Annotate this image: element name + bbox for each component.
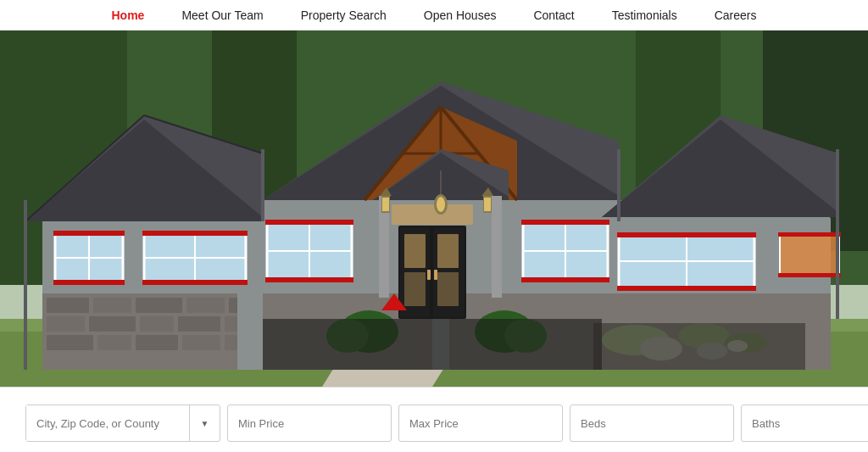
svg-rect-80 — [265, 277, 353, 282]
svg-rect-74 — [142, 280, 248, 285]
beds-input[interactable] — [570, 405, 734, 442]
nav-home[interactable]: Home — [93, 0, 164, 31]
svg-rect-91 — [617, 232, 756, 237]
nav-careers[interactable]: Careers — [696, 0, 776, 31]
svg-rect-59 — [437, 272, 459, 306]
svg-rect-28 — [136, 335, 178, 350]
svg-rect-122 — [24, 200, 27, 370]
svg-rect-18 — [136, 298, 182, 313]
svg-rect-79 — [265, 220, 353, 225]
svg-rect-85 — [521, 220, 609, 225]
svg-rect-17 — [93, 298, 131, 313]
nav-testimonials[interactable]: Testimonials — [593, 0, 696, 31]
svg-rect-73 — [142, 231, 248, 236]
main-nav: Home Meet Our Team Property Search Open … — [0, 0, 868, 31]
search-bar: ▼ SEARCH — [0, 387, 868, 452]
svg-rect-21 — [47, 316, 85, 332]
max-price-input[interactable] — [398, 405, 563, 442]
svg-rect-67 — [53, 231, 125, 236]
svg-rect-96 — [778, 273, 841, 277]
svg-rect-26 — [47, 335, 93, 350]
svg-rect-52 — [492, 196, 502, 298]
nav-meet-team[interactable]: Meet Our Team — [163, 0, 281, 31]
svg-rect-16 — [47, 298, 89, 313]
svg-rect-19 — [186, 298, 225, 313]
svg-rect-23 — [140, 316, 174, 332]
svg-rect-99 — [382, 198, 389, 211]
svg-rect-118 — [593, 323, 805, 370]
hero-image — [0, 31, 868, 387]
baths-input[interactable] — [741, 405, 868, 442]
svg-rect-119 — [261, 149, 264, 221]
svg-rect-57 — [437, 234, 459, 268]
svg-rect-24 — [178, 316, 220, 332]
svg-rect-93 — [780, 234, 839, 276]
nav-property-search[interactable]: Property Search — [282, 0, 405, 31]
city-dropdown-arrow[interactable]: ▼ — [189, 405, 220, 442]
svg-rect-29 — [182, 335, 220, 350]
svg-point-105 — [437, 197, 445, 212]
svg-rect-61 — [434, 270, 437, 280]
svg-rect-92 — [617, 286, 756, 291]
min-price-input[interactable] — [227, 405, 392, 442]
city-search-wrapper: ▼ — [25, 405, 220, 442]
svg-rect-121 — [836, 149, 839, 319]
svg-rect-95 — [778, 232, 841, 237]
svg-rect-117 — [263, 319, 602, 370]
svg-rect-56 — [404, 234, 426, 268]
city-search-input[interactable] — [26, 405, 189, 441]
svg-rect-27 — [97, 335, 131, 350]
nav-contact[interactable]: Contact — [515, 0, 593, 31]
svg-rect-62 — [392, 204, 473, 225]
nav-open-houses[interactable]: Open Houses — [405, 0, 515, 31]
svg-rect-120 — [617, 149, 620, 221]
svg-rect-60 — [427, 270, 431, 280]
svg-rect-22 — [89, 316, 136, 332]
svg-rect-68 — [53, 280, 125, 285]
svg-rect-86 — [521, 277, 609, 282]
svg-rect-102 — [484, 198, 491, 211]
svg-rect-58 — [404, 272, 426, 306]
